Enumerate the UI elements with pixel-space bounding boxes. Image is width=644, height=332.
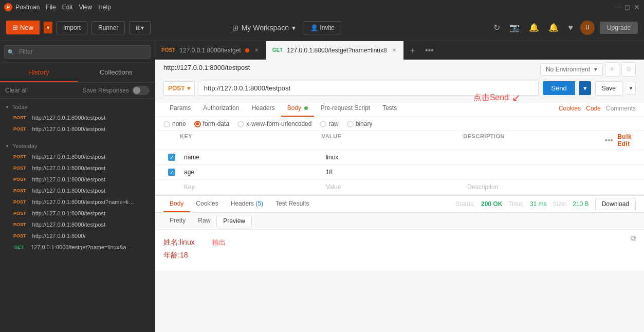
row2-key[interactable]: age xyxy=(180,167,322,177)
method-badge: POST xyxy=(11,233,28,239)
resp-tab-body[interactable]: Body xyxy=(163,196,190,212)
camera-button[interactable]: 📷 xyxy=(507,21,522,34)
save-responses-toggle[interactable] xyxy=(132,86,150,95)
row3-key[interactable]: Key xyxy=(180,182,322,192)
row1-key[interactable]: name xyxy=(180,152,322,162)
save-button-arrow[interactable]: ▾ xyxy=(627,82,636,95)
menu-view[interactable]: View xyxy=(79,4,92,11)
radio-binary[interactable]: binary xyxy=(347,120,373,127)
list-item[interactable]: GET 127.0.0.1:8000/testget?name=linux&ag… xyxy=(0,242,155,253)
response-area: Body Cookies Headers (5) Test Results St… xyxy=(155,195,644,271)
tab-get-testget[interactable]: GET 127.0.0.1:8000/testget?name=linux8 ✕ xyxy=(266,41,404,60)
resp-tab-test-results[interactable]: Test Results xyxy=(269,196,315,212)
menu-help[interactable]: Help xyxy=(98,4,111,11)
url-bar: POST ▾ Send ▾ Save ▾ xyxy=(163,81,636,96)
resp-view-pretty[interactable]: Pretty xyxy=(163,215,192,227)
minimize-icon[interactable]: — xyxy=(614,3,621,11)
tab-authorization[interactable]: Authorization xyxy=(197,100,245,117)
menu-file[interactable]: File xyxy=(46,4,56,11)
resp-tab-headers[interactable]: Headers (5) xyxy=(225,196,269,212)
sidebar-tabs: History Collections xyxy=(0,63,155,83)
alerts-button[interactable]: 🔔 xyxy=(546,21,561,34)
maximize-icon[interactable]: □ xyxy=(625,3,630,11)
response-line-2: 年龄:18 xyxy=(163,249,636,262)
row2-checkbox[interactable] xyxy=(168,169,175,176)
list-item[interactable]: POST http://127.0.0.1:8000/testpost xyxy=(0,162,155,174)
sidebar-tab-collections[interactable]: Collections xyxy=(78,63,155,82)
save-button[interactable]: Save xyxy=(595,81,622,96)
tab-body[interactable]: Body xyxy=(281,100,315,117)
invite-button[interactable]: 👤 Invite xyxy=(304,21,341,34)
notification-button[interactable]: 🔔 xyxy=(527,21,541,34)
row3-value[interactable]: Value xyxy=(322,182,464,192)
tab-close-1[interactable]: ✕ xyxy=(253,47,260,53)
radio-form-data[interactable]: form-data xyxy=(194,120,229,127)
workspace-selector[interactable]: ⊞ My Workspace ▾ 👤 Invite xyxy=(228,21,341,34)
list-item[interactable]: POST http://127.0.0.1:8000/testpost xyxy=(0,123,155,135)
size-label: Size: xyxy=(553,200,567,208)
row2-description[interactable] xyxy=(463,171,605,174)
tab-pre-request[interactable]: Pre-request Script xyxy=(314,100,376,117)
copy-button[interactable]: ⧉ xyxy=(631,234,636,243)
list-item[interactable]: POST http://127.0.0.1:8000/testpost xyxy=(0,219,155,230)
window-controls[interactable]: — □ ✕ xyxy=(614,3,640,11)
list-item[interactable]: POST http://127.0.0.1:8000/testpost xyxy=(0,208,155,219)
settings-button[interactable]: ⚙ xyxy=(621,62,636,77)
close-icon[interactable]: ✕ xyxy=(634,3,640,11)
tab-close-2[interactable]: ✕ xyxy=(391,47,397,53)
clear-all-button[interactable]: Clear all xyxy=(5,87,28,94)
time-label: Time: xyxy=(508,200,524,208)
cookies-link[interactable]: Cookies xyxy=(559,105,581,112)
radio-urlencoded[interactable]: x-www-form-urlencoded xyxy=(237,120,311,127)
code-link[interactable]: Code xyxy=(586,105,601,112)
heart-button[interactable]: ♥ xyxy=(566,21,575,34)
list-item[interactable]: POST http://127.0.0.1:8000/testpost xyxy=(0,151,155,162)
send-button-arrow[interactable]: ▾ xyxy=(579,81,591,95)
resp-view-raw[interactable]: Raw xyxy=(192,215,216,227)
runner-button[interactable]: Runner xyxy=(91,21,125,34)
row1-checkbox[interactable] xyxy=(168,154,175,161)
row3-description[interactable]: Description xyxy=(463,182,605,192)
environment-selector[interactable]: No Environment ▾ xyxy=(540,63,603,76)
upgrade-button[interactable]: Upgrade xyxy=(600,22,638,34)
tab-post-testget[interactable]: POST 127.0.0.1:8000/testget ✕ xyxy=(155,41,266,60)
menu-edit[interactable]: Edit xyxy=(62,4,73,11)
group-header-yesterday[interactable]: Yesterday xyxy=(0,141,155,151)
avatar[interactable]: U xyxy=(580,21,595,35)
layout-button[interactable]: ⊞▾ xyxy=(129,21,151,34)
dots-icon[interactable]: ••• xyxy=(605,136,613,144)
workspace-button[interactable]: ⊞ My Workspace ▾ xyxy=(228,22,300,34)
import-button[interactable]: Import xyxy=(57,21,87,34)
new-button[interactable]: ⊞ New xyxy=(6,21,40,34)
search-input[interactable] xyxy=(4,45,151,59)
resp-tab-cookies[interactable]: Cookies xyxy=(190,196,224,212)
resp-view-preview[interactable]: Preview xyxy=(216,215,252,227)
tab-more-button[interactable]: ••• xyxy=(421,46,438,55)
tab-tests[interactable]: Tests xyxy=(376,100,403,117)
radio-none[interactable]: none xyxy=(163,120,186,127)
radio-raw[interactable]: raw xyxy=(320,120,338,127)
comments-link[interactable]: Comments xyxy=(606,105,636,112)
list-item[interactable]: POST http://127.0.0.1:8000/testpost xyxy=(0,174,155,185)
group-header-today[interactable]: Today xyxy=(0,102,155,112)
new-button-arrow[interactable]: ▾ xyxy=(44,22,52,33)
sidebar-tab-history[interactable]: History xyxy=(0,63,78,82)
app-name: Postman xyxy=(15,4,40,11)
list-item[interactable]: POST http://127.0.0.1:8000/ xyxy=(0,230,155,242)
bulk-edit-button[interactable]: Bulk Edit xyxy=(617,133,636,147)
list-item[interactable]: POST http://127.0.0.1:8000/testpost?name… xyxy=(0,196,155,208)
tab-add-button[interactable]: + xyxy=(404,46,421,55)
eye-button[interactable]: 👁 xyxy=(605,62,619,77)
sync-button[interactable]: ↻ xyxy=(491,21,502,34)
tab-headers[interactable]: Headers xyxy=(245,100,281,117)
list-item[interactable]: POST http://127.0.0.1:8000/testpost xyxy=(0,185,155,196)
method-select[interactable]: POST ▾ xyxy=(163,81,195,96)
send-button[interactable]: Send xyxy=(543,81,575,95)
row1-value[interactable]: linux xyxy=(322,152,464,162)
tab-params[interactable]: Params xyxy=(163,100,197,117)
row1-description[interactable] xyxy=(463,156,605,159)
row2-value[interactable]: 18 xyxy=(322,167,464,177)
list-item[interactable]: POST http://127.0.0.1:8000/testpost xyxy=(0,112,155,123)
download-button[interactable]: Download xyxy=(595,198,636,210)
size-value: 210 B xyxy=(573,200,588,208)
